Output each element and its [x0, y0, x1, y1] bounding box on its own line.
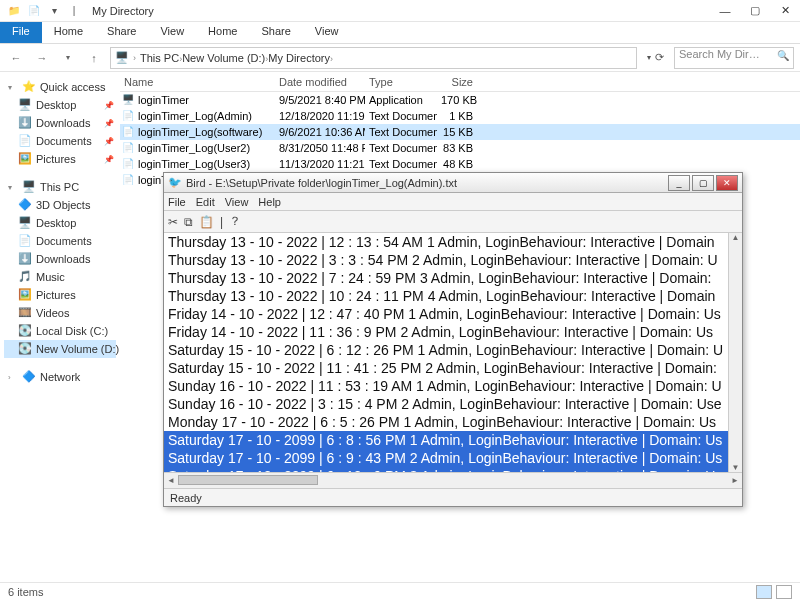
- log-line[interactable]: Sunday 16 - 10 - 2022 | 11 : 53 : 19 AM …: [164, 377, 742, 395]
- column-header-name[interactable]: Name: [120, 76, 275, 88]
- close-button[interactable]: ✕: [770, 0, 800, 22]
- log-line[interactable]: Friday 14 - 10 - 2022 | 12 : 47 : 40 PM …: [164, 305, 742, 323]
- editor-titlebar[interactable]: 🐦 Bird - E:\Setup\Private folder\loginTi…: [164, 173, 742, 193]
- sidebar-item[interactable]: ⬇️Downloads: [4, 250, 116, 268]
- sidebar-item[interactable]: 🔷3D Objects: [4, 196, 116, 214]
- window-titlebar: 📁 📄 ▾ | My Directory — ▢ ✕: [0, 0, 800, 22]
- breadcrumb[interactable]: 🖥️ › This PC›New Volume (D:)›My Director…: [110, 47, 637, 69]
- up-button[interactable]: ↑: [84, 48, 104, 68]
- status-text: 6 items: [8, 586, 43, 598]
- maximize-button[interactable]: ▢: [740, 0, 770, 22]
- sidebar-item[interactable]: 📄Documents: [4, 232, 116, 250]
- chevron-down-icon[interactable]: ▾: [46, 3, 62, 19]
- cut-icon[interactable]: ✂: [168, 215, 178, 229]
- breadcrumb-segment[interactable]: This PC: [140, 52, 179, 64]
- search-input[interactable]: Search My Dir…: [674, 47, 794, 69]
- editor-content[interactable]: Thursday 13 - 10 - 2022 | 12 : 13 : 54 A…: [164, 233, 742, 472]
- sidebar-quick-access[interactable]: ▾⭐Quick access: [4, 78, 116, 96]
- log-line[interactable]: Monday 17 - 10 - 2022 | 6 : 5 : 26 PM 1 …: [164, 413, 742, 431]
- sidebar-item[interactable]: 💽Local Disk (C:): [4, 322, 116, 340]
- sidebar-item-label: Pictures: [36, 153, 76, 165]
- help-icon[interactable]: ？: [229, 213, 241, 230]
- log-line[interactable]: Saturday 17 - 10 - 2099 | 6 : 9 : 43 PM …: [164, 449, 742, 467]
- folder-icon: 📁: [6, 3, 22, 19]
- ribbon-tab-view[interactable]: View: [303, 22, 351, 43]
- sidebar-item-label: 3D Objects: [36, 199, 90, 211]
- sidebar-item-label: New Volume (D:): [36, 343, 119, 355]
- folder-icon: ⬇️: [18, 116, 32, 130]
- sidebar-item-label: Downloads: [36, 253, 90, 265]
- item-icon: 🎞️: [18, 306, 32, 320]
- file-type: Text Document: [365, 126, 437, 138]
- chevron-down-icon[interactable]: ▾: [647, 53, 651, 62]
- editor-maximize-button[interactable]: ▢: [692, 175, 714, 191]
- file-type: Text Document: [365, 142, 437, 154]
- sidebar-item[interactable]: 🖥️Desktop: [4, 214, 116, 232]
- paste-icon[interactable]: 📋: [199, 215, 214, 229]
- sidebar-item[interactable]: 🖼️Pictures: [4, 286, 116, 304]
- vertical-scrollbar[interactable]: [728, 233, 742, 472]
- file-type: Application: [365, 94, 437, 106]
- column-header-size[interactable]: Size: [437, 76, 477, 88]
- refresh-button[interactable]: ⟳: [655, 51, 664, 64]
- file-type: Text Document: [365, 158, 437, 170]
- log-line[interactable]: Saturday 15 - 10 - 2022 | 11 : 41 : 25 P…: [164, 359, 742, 377]
- copy-icon[interactable]: ⧉: [184, 215, 193, 229]
- ribbon-tab[interactable]: View: [148, 22, 196, 43]
- table-row[interactable]: loginTimer_Log(User2)8/31/2050 11:48 PMT…: [120, 140, 800, 156]
- editor-menu-file[interactable]: File: [168, 196, 186, 208]
- window-title: My Directory: [88, 5, 710, 17]
- ribbon-tab-file[interactable]: File: [0, 22, 42, 43]
- breadcrumb-segment[interactable]: My Directory: [268, 52, 330, 64]
- log-line[interactable]: Saturday 15 - 10 - 2022 | 6 : 12 : 26 PM…: [164, 341, 742, 359]
- sidebar-item[interactable]: 💽New Volume (D:): [4, 340, 116, 358]
- column-header-date[interactable]: Date modified: [275, 76, 365, 88]
- view-details-icon[interactable]: [756, 585, 772, 599]
- sidebar-item[interactable]: 📄Documents📌: [4, 132, 116, 150]
- item-icon: 📄: [18, 234, 32, 248]
- chevron-right-icon: ›: [330, 54, 333, 64]
- sidebar-item[interactable]: 🎞️Videos: [4, 304, 116, 322]
- ribbon-tab-home[interactable]: Home: [196, 22, 249, 43]
- log-line[interactable]: Thursday 13 - 10 - 2022 | 10 : 24 : 11 P…: [164, 287, 742, 305]
- folder-icon: 📄: [18, 134, 32, 148]
- editor-title: Bird - E:\Setup\Private folder\loginTime…: [186, 177, 668, 189]
- sidebar-item[interactable]: ⬇️Downloads📌: [4, 114, 116, 132]
- sidebar-item[interactable]: 🎵Music: [4, 268, 116, 286]
- sidebar-item[interactable]: 🖥️Desktop📌: [4, 96, 116, 114]
- chevron-down-icon[interactable]: ▾: [58, 48, 78, 68]
- editor-minimize-button[interactable]: _: [668, 175, 690, 191]
- ribbon-tab[interactable]: Share: [95, 22, 148, 43]
- log-line[interactable]: Saturday 17 - 10 - 2099 | 6 : 8 : 56 PM …: [164, 431, 742, 449]
- sidebar-this-pc[interactable]: ▾🖥️This PC: [4, 178, 116, 196]
- breadcrumb-segment[interactable]: New Volume (D:): [182, 52, 265, 64]
- editor-menu-edit[interactable]: Edit: [196, 196, 215, 208]
- log-line[interactable]: Thursday 13 - 10 - 2022 | 3 : 3 : 54 PM …: [164, 251, 742, 269]
- horizontal-scrollbar[interactable]: [164, 472, 742, 488]
- log-line[interactable]: Friday 14 - 10 - 2022 | 11 : 36 : 9 PM 2…: [164, 323, 742, 341]
- ribbon-tab[interactable]: Home: [42, 22, 95, 43]
- ribbon-tab-share[interactable]: Share: [249, 22, 302, 43]
- editor-menu-view[interactable]: View: [225, 196, 249, 208]
- folder-icon: 🖼️: [18, 152, 32, 166]
- editor-menu-help[interactable]: Help: [258, 196, 281, 208]
- minimize-button[interactable]: —: [710, 0, 740, 22]
- sidebar-item-label: Videos: [36, 307, 69, 319]
- table-row[interactable]: loginTimer_Log(software)9/6/2021 10:36 A…: [120, 124, 800, 140]
- folder-icon: 🖥️: [18, 98, 32, 112]
- sidebar-item[interactable]: 🖼️Pictures📌: [4, 150, 116, 168]
- forward-button[interactable]: →: [32, 48, 52, 68]
- editor-close-button[interactable]: ✕: [716, 175, 738, 191]
- table-row[interactable]: loginTimer_Log(User3)11/13/2020 11:21 AM…: [120, 156, 800, 172]
- log-line[interactable]: Thursday 13 - 10 - 2022 | 12 : 13 : 54 A…: [164, 233, 742, 251]
- log-line[interactable]: Thursday 13 - 10 - 2022 | 7 : 24 : 59 PM…: [164, 269, 742, 287]
- table-row[interactable]: loginTimer_Log(Admin)12/18/2020 11:19 PM…: [120, 108, 800, 124]
- view-large-icon[interactable]: [776, 585, 792, 599]
- sidebar-network[interactable]: ›🔷Network: [4, 368, 116, 386]
- log-line[interactable]: Sunday 16 - 10 - 2022 | 3 : 15 : 4 PM 2 …: [164, 395, 742, 413]
- scrollbar-thumb[interactable]: [178, 475, 318, 485]
- column-header-type[interactable]: Type: [365, 76, 437, 88]
- status-bar: 6 items: [0, 582, 800, 600]
- table-row[interactable]: loginTimer9/5/2021 8:40 PMApplication170…: [120, 92, 800, 108]
- back-button[interactable]: ←: [6, 48, 26, 68]
